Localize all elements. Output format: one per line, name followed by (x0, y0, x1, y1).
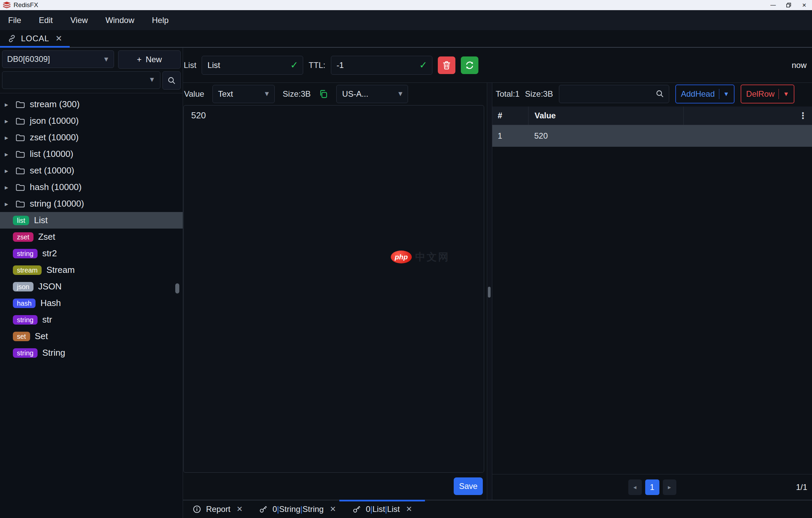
key-name: Zset (38, 232, 55, 242)
key-type-label: List (184, 61, 196, 70)
type-badge: hash (13, 299, 36, 308)
save-button[interactable]: Save (454, 477, 483, 495)
tree-folder-zset[interactable]: ▸ zset (10000) (0, 129, 183, 146)
key-header: List List ✓ TTL: -1 ✓ (183, 48, 812, 83)
key-item-stream[interactable]: stream Stream (0, 262, 183, 278)
page-indicator: 1/1 (796, 482, 807, 492)
prev-page-button[interactable]: ◂ (628, 479, 642, 495)
key-name: str (42, 314, 52, 325)
key-item-string[interactable]: string String (0, 345, 183, 361)
key-item-set[interactable]: set Set (0, 328, 183, 345)
current-page-button[interactable]: 1 (645, 479, 659, 495)
database-selector[interactable]: DB0[60309] ▼ (2, 50, 114, 68)
menu-help[interactable]: Help (152, 16, 168, 25)
database-selector-value: DB0[60309] (7, 54, 50, 64)
restore-button[interactable] (781, 0, 796, 10)
folder-icon (16, 183, 25, 191)
refresh-key-button[interactable] (461, 56, 478, 74)
table-empty-area (492, 147, 812, 474)
menu-bar: File Edit View Window Help (0, 10, 812, 30)
close-icon[interactable]: ✕ (330, 505, 336, 514)
add-head-button[interactable]: AddHead ▼ (675, 85, 735, 103)
chevron-down-icon: ▼ (264, 90, 270, 98)
next-page-button[interactable]: ▸ (663, 479, 676, 495)
key-item-hash[interactable]: hash Hash (0, 295, 183, 311)
bottom-tab-report[interactable]: Report ✕ (184, 500, 251, 518)
type-badge: list (13, 216, 29, 225)
value-editor-textarea[interactable]: 520 php 中文网 (183, 105, 484, 473)
tree-folder-label: set (10000) (30, 165, 74, 176)
tree-folder-string[interactable]: ▸ string (10000) (0, 195, 183, 212)
chevron-down-icon[interactable]: ▼ (723, 91, 729, 98)
tree-folder-json[interactable]: ▸ json (10000) (0, 113, 183, 129)
copy-icon[interactable] (319, 89, 328, 99)
chevron-down-icon[interactable]: ▼ (783, 91, 789, 98)
key-name-input[interactable]: List ✓ (202, 56, 303, 75)
key-name: Hash (40, 298, 61, 308)
del-row-button[interactable]: DelRow ▼ (741, 85, 794, 103)
encoding-select-value: US-A... (342, 89, 368, 99)
menu-file[interactable]: File (8, 16, 21, 25)
button-divider (779, 89, 779, 99)
key-search-button[interactable] (162, 71, 181, 90)
bottom-tab-string[interactable]: 0|String|String ✕ (251, 500, 344, 518)
table-row[interactable]: 1 520 (492, 125, 812, 147)
kebab-menu-icon[interactable]: ⋮ (798, 111, 807, 121)
chevron-right-icon[interactable]: ▸ (5, 183, 11, 191)
chevron-right-icon[interactable]: ▸ (5, 100, 11, 109)
refresh-icon (465, 61, 474, 70)
tree-folder-label: hash (10000) (30, 182, 82, 192)
type-badge: zset (13, 232, 33, 242)
ttl-label: TTL: (309, 61, 325, 70)
rows-size-label: Size:3B (525, 89, 553, 99)
tree-folder-stream[interactable]: ▸ stream (300) (0, 96, 183, 113)
ttl-input[interactable]: -1 ✓ (331, 56, 432, 75)
tree-folder-set[interactable]: ▸ set (10000) (0, 162, 183, 179)
tree-folder-label: list (10000) (30, 149, 73, 159)
menu-view[interactable]: View (70, 16, 88, 25)
bottom-tab-label: 0|String|String (272, 504, 323, 514)
tree-scrollbar-thumb[interactable] (175, 283, 179, 293)
menu-edit[interactable]: Edit (39, 16, 53, 25)
panel-splitter[interactable] (487, 83, 492, 500)
folder-icon (16, 117, 25, 125)
close-icon[interactable]: ✕ (236, 505, 243, 514)
splitter-handle[interactable] (488, 287, 491, 298)
bottom-tab-label: Report (206, 504, 230, 514)
chevron-right-icon[interactable]: ▸ (5, 200, 11, 208)
delete-key-button[interactable] (438, 56, 455, 74)
key-item-json[interactable]: json JSON (0, 278, 183, 295)
key-tree: ▸ stream (300) ▸ json (10000) ▸ zset (10… (0, 93, 183, 518)
encoding-select[interactable]: US-A... ▼ (336, 85, 408, 103)
key-item-str[interactable]: string str (0, 311, 183, 328)
tree-folder-hash[interactable]: ▸ hash (10000) (0, 179, 183, 195)
key-item-str2[interactable]: string str2 (0, 245, 183, 262)
tree-folder-list[interactable]: ▸ list (10000) (0, 146, 183, 162)
new-key-button[interactable]: + New (118, 50, 181, 69)
folder-icon (16, 150, 25, 158)
close-icon[interactable]: ✕ (55, 34, 62, 43)
close-window-button[interactable]: ✕ (796, 0, 812, 10)
close-icon[interactable]: ✕ (406, 505, 412, 514)
search-icon (167, 76, 176, 85)
menu-window[interactable]: Window (106, 16, 134, 25)
key-item-list[interactable]: list List (0, 212, 183, 229)
bottom-tab-list[interactable]: 0|List|List ✕ (344, 500, 420, 518)
key-search-input[interactable]: ▼ (2, 71, 160, 89)
chevron-right-icon[interactable]: ▸ (5, 167, 11, 175)
column-header-value[interactable]: Value (528, 107, 683, 125)
plus-icon: + (137, 55, 141, 64)
key-name: String (42, 348, 65, 358)
minimize-button[interactable]: — (765, 0, 781, 10)
chevron-down-icon: ▼ (397, 90, 404, 98)
column-header-index[interactable]: # (492, 111, 528, 120)
chevron-right-icon[interactable]: ▸ (5, 150, 11, 158)
chevron-down-icon: ▼ (149, 76, 155, 84)
rows-search-input[interactable] (559, 85, 669, 103)
format-select[interactable]: Text ▼ (212, 85, 275, 103)
key-name: List (34, 215, 47, 226)
chevron-right-icon[interactable]: ▸ (5, 117, 11, 125)
chevron-right-icon[interactable]: ▸ (5, 134, 11, 142)
connection-tab-local[interactable]: LOCAL ✕ (0, 30, 70, 47)
key-item-zset[interactable]: zset Zset (0, 229, 183, 245)
